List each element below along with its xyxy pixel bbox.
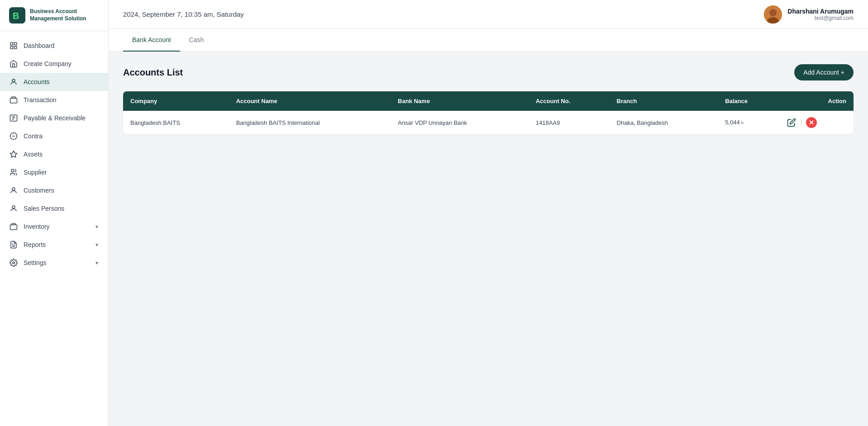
user-email: test@gmail.com [787,15,854,21]
tab-bank-account[interactable]: Bank Account [123,29,180,52]
sidebar-label-contra: Contra [24,133,43,140]
sidebar-label-reports: Reports [24,241,46,248]
sales-persons-icon [9,204,18,213]
cell-company: Bangladesh BAITS [123,111,229,134]
sidebar-label-inventory: Inventory [24,223,50,230]
tabs-bar: Bank Account Cash [109,29,868,52]
svg-rect-7 [10,98,17,103]
datetime-label: 2024, September 7, 10:35 am, Saturday [123,10,244,18]
col-action: Action [779,91,854,111]
col-account-no: Account No. [529,91,610,111]
edit-button[interactable] [786,117,797,128]
col-balance: Balance [718,91,779,111]
chevron-down-icon: ▼ [95,224,99,229]
sidebar-logo: B Business Account Management Solution [0,0,108,31]
svg-rect-4 [10,47,13,49]
sidebar-item-customers[interactable]: Customers [0,181,108,199]
svg-rect-3 [14,43,17,45]
chevron-down-icon: ▼ [95,242,99,247]
cell-action: | ✕ [779,111,854,134]
page-body: Accounts List Add Account + Company Acco… [109,52,868,147]
svg-point-6 [12,79,15,82]
logo-icon: B [9,7,25,24]
action-buttons: | ✕ [786,117,846,128]
reports-icon [9,240,18,249]
col-branch: Branch [610,91,718,111]
page-header: Accounts List Add Account + [123,64,854,80]
content-area: Bank Account Cash Accounts List Add Acco… [109,29,868,426]
sidebar-label-dashboard: Dashboard [24,42,55,49]
sidebar-item-payable-receivable[interactable]: Payable & Receivable [0,109,108,127]
avatar [764,5,782,24]
svg-rect-5 [14,47,17,49]
col-bank-name: Bank Name [391,91,529,111]
sidebar-item-transaction[interactable]: Transaction [0,91,108,109]
svg-marker-11 [10,151,17,157]
svg-rect-2 [10,43,13,45]
col-account-name: Account Name [229,91,391,111]
svg-point-12 [11,169,14,172]
dashboard-icon [9,41,18,50]
accounts-table-wrapper: Company Account Name Bank Name Account N… [123,91,854,134]
table-header-row: Company Account Name Bank Name Account N… [123,91,854,111]
sidebar-item-supplier[interactable]: Supplier [0,163,108,181]
sidebar-label-sales-persons: Sales Persons [24,205,64,212]
sidebar-label-supplier: Supplier [24,169,47,176]
sidebar-label-customers: Customers [24,187,54,194]
user-info: Dharshani Arumugam test@gmail.com [787,8,854,21]
chevron-down-icon: ▼ [95,260,99,265]
tab-cash[interactable]: Cash [180,29,213,52]
sidebar-label-accounts: Accounts [24,78,50,85]
col-company: Company [123,91,229,111]
customers-icon [9,186,18,195]
delete-button[interactable]: ✕ [806,117,817,128]
sidebar-label-payable-receivable: Payable & Receivable [24,114,86,122]
sidebar-item-sales-persons[interactable]: Sales Persons [0,199,108,218]
sidebar-nav: Dashboard Create Company Accounts Transa… [0,31,108,426]
payable-icon [9,114,18,123]
create-company-icon [9,59,18,68]
sidebar-item-assets[interactable]: Assets [0,145,108,163]
transaction-icon [9,95,18,104]
cell-account-name: Bangladesh BAITS International [229,111,391,134]
sidebar-label-settings: Settings [24,259,47,266]
user-profile: Dharshani Arumugam test@gmail.com [764,5,854,24]
sidebar-item-dashboard[interactable]: Dashboard [0,37,108,55]
table-row: Bangladesh BAITS Bangladesh BAITS Intern… [123,111,854,134]
svg-point-20 [769,9,777,16]
cell-account-no: 1418AA9 [529,111,610,134]
svg-point-14 [12,206,15,208]
sidebar-item-contra[interactable]: Contra [0,127,108,145]
svg-rect-15 [10,225,17,230]
sidebar-label-create-company: Create Company [24,60,72,67]
sidebar-item-accounts[interactable]: Accounts [0,73,108,91]
settings-icon [9,258,18,267]
sidebar: B Business Account Management Solution D… [0,0,109,426]
contra-icon [9,132,18,141]
svg-point-18 [13,262,15,264]
sidebar-label-assets: Assets [24,151,43,158]
app-name: Business Account Management Solution [30,8,86,22]
accounts-icon [9,77,18,86]
svg-point-13 [12,188,15,190]
header: 2024, September 7, 10:35 am, Saturday Dh… [109,0,868,29]
cell-balance: 5,044 ৳ [718,111,779,134]
supplier-icon [9,168,18,177]
accounts-table: Company Account Name Bank Name Account N… [123,91,854,134]
sidebar-label-transaction: Transaction [24,96,57,104]
action-divider: | [801,118,802,127]
sidebar-item-settings[interactable]: Settings ▼ [0,254,108,272]
svg-text:B: B [13,11,19,21]
cell-branch: Dhaka, Bangladesh [610,111,718,134]
page-title: Accounts List [123,67,183,78]
add-account-button[interactable]: Add Account + [794,64,854,80]
assets-icon [9,150,18,159]
inventory-icon [9,222,18,231]
cell-bank-name: Ansar VDP Unnayan Bank [391,111,529,134]
sidebar-item-create-company[interactable]: Create Company [0,55,108,73]
sidebar-item-inventory[interactable]: Inventory ▼ [0,218,108,236]
main-content: 2024, September 7, 10:35 am, Saturday Dh… [109,0,868,426]
sidebar-item-reports[interactable]: Reports ▼ [0,236,108,254]
user-name: Dharshani Arumugam [787,8,854,15]
